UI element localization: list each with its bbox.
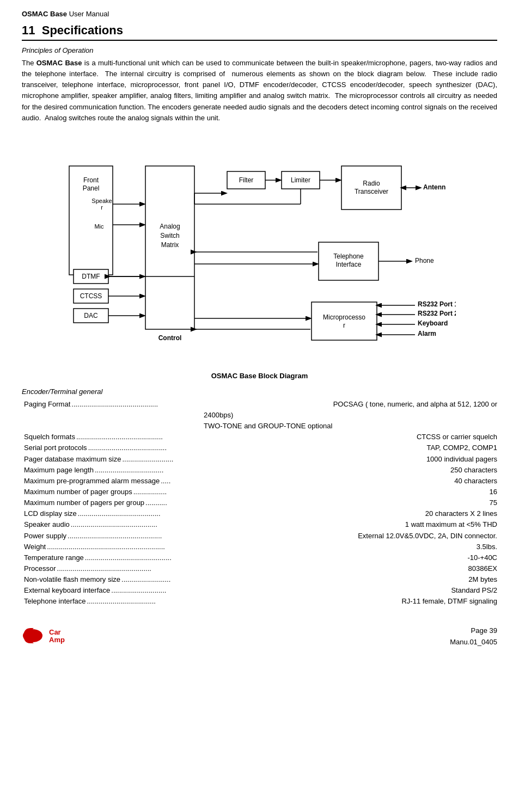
specs-list: Paging Format...........................… [24,399,497,607]
spec-label-flash: Non-volatile flash memory size [24,574,120,585]
svg-text:RS232 Port 1: RS232 Port 1 [418,300,456,308]
spec-label-pagerdb: Pager database maximum size [24,454,121,465]
spec-row-squelch: Squelch formats ........................… [24,432,497,442]
svg-text:Alarm: Alarm [418,330,436,337]
spec-row-speaker: Speaker audio...........................… [24,519,497,530]
header: OSMAC Base User Manual [22,10,497,18]
spec-label-power: Power supply [24,531,66,542]
spec-value-pagerspergroup: 75 [490,497,497,508]
header-title: OSMAC Base User Manual [22,10,109,18]
spec-value-paging-2: 2400bps) [204,410,233,421]
spec-label-squelch: Squelch formats [24,432,75,442]
svg-text:Control: Control [158,334,181,342]
spec-row-alarm: Maximum pre-programmed alarm message....… [24,476,497,487]
spec-row-weight: Weight .................................… [24,542,497,552]
spec-row-power: Power supply ...........................… [24,531,497,542]
spec-row-serial: Serial port protocols ..................… [24,442,497,453]
spec-label-serial: Serial port protocols [24,442,87,453]
spec-row-paging: Paging Format...........................… [24,399,497,432]
svg-text:Telephone: Telephone [333,253,364,260]
spec-value-paging-3: TWO-TONE and GROUP-TONE optional [204,421,332,432]
spec-row-lcd: LCD display size .......................… [24,508,497,519]
spec-value-speaker: 1 watt maximum at <5% THD [405,519,497,530]
svg-text:Analog: Analog [160,223,180,230]
spec-value-telephone: RJ-11 female, DTMF signaling [401,596,497,607]
spec-row-pagelen: Maximum page length.....................… [24,465,497,476]
diagram-caption: OSMAC Base Block Diagram [22,372,497,380]
footer-logo: Car Amp [22,624,76,648]
svg-text:Phone: Phone [415,257,434,264]
spec-label-paging: Paging Format [24,399,70,410]
principles-heading: Principles of Operation [22,46,497,54]
svg-text:r: r [101,204,103,211]
spec-value-paging: POCSAG ( tone, numeric, and alpha at 512… [333,399,497,410]
spec-value-pagelen: 250 characters [450,465,497,476]
svg-text:Speake: Speake [91,198,112,204]
spec-row-temp: Temperature range.......................… [24,552,497,563]
spec-label-pagergroups: Maximum number of pager groups [24,487,132,497]
svg-text:Keyboard: Keyboard [418,319,448,327]
svg-text:Switch: Switch [160,232,179,239]
spec-label-pagerspergroup: Maximum number of pagers per group [24,497,144,508]
spec-label-pagelen: Maximum page length [24,465,94,476]
svg-text:Matrix: Matrix [161,241,179,249]
svg-text:RS232 Port 2: RS232 Port 2 [418,310,456,317]
doc-number: Manu.01_0405 [450,637,497,648]
spec-label-temp: Temperature range [24,552,84,563]
svg-text:CTCSS: CTCSS [80,292,102,300]
spec-value-pagergroups: 16 [490,487,497,497]
spec-row-processor: Processor...............................… [24,563,497,574]
svg-text:Radio: Radio [363,180,380,187]
svg-text:Interface: Interface [335,261,361,268]
svg-text:Panel: Panel [82,184,99,192]
svg-text:r: r [343,322,345,329]
spec-label-lcd: LCD display size [24,508,77,519]
spec-row-pagerdb: Pager database maximum size.............… [24,454,497,465]
svg-text:DAC: DAC [84,312,98,319]
svg-text:Microprocesso: Microprocesso [322,313,365,321]
footer: Car Amp Page 39 Manu.01_0405 [22,624,497,648]
svg-text:Car: Car [49,628,61,636]
spec-value-power: External 12.0V&5.0VDC, 2A, DIN connector… [358,531,497,542]
svg-rect-31 [312,302,377,340]
page-number: Page 39 [450,625,497,637]
spec-value-squelch: CTCSS or carrier squelch [417,432,497,442]
spec-value-weight: 3.5lbs. [477,542,497,552]
svg-text:Limiter: Limiter [290,176,310,184]
spec-value-alarm: 40 characters [454,476,497,487]
spec-value-flash: 2M bytes [468,574,497,585]
footer-page-info: Page 39 Manu.01_0405 [450,625,497,648]
spec-value-processor: 80386EX [468,563,498,574]
spec-label-weight: Weight [24,542,46,552]
spec-row-pagerspergroup: Maximum number of pagers per group .....… [24,497,497,508]
spec-value-pagerdb: 1000 individual pagers [426,454,497,465]
spec-row-flash: Non-volatile flash memory size..........… [24,574,497,585]
spec-value-temp: -10-+40C [467,552,497,563]
svg-text:Front: Front [83,176,99,184]
diagram-container: Front Panel Speake r Mic DTMF CTCSS DAC … [22,133,497,367]
spec-value-keyboard: Standard PS/2 [451,585,497,596]
encoder-heading: Encoder/Terminal general [22,387,497,396]
section-title: 11 Specifications [22,23,497,41]
spec-value-lcd: 20 characters X 2 lines [425,508,497,519]
svg-text:Mic: Mic [94,223,104,230]
spec-label-speaker: Speaker audio [24,519,70,530]
svg-text:Antenn: Antenn [423,183,445,191]
spec-value-serial: TAP, COMP2, COMP1 [426,442,497,453]
spec-row-telephone: Telephone interface.....................… [24,596,497,607]
block-diagram: Front Panel Speake r Mic DTMF CTCSS DAC … [64,133,456,367]
spec-label-alarm: Maximum pre-programmed alarm message [24,476,160,487]
body-paragraph: The OSMAC Base is a multi-functional uni… [22,58,497,124]
spec-label-telephone: Telephone interface [24,596,86,607]
svg-text:Amp: Amp [49,636,65,644]
svg-text:Transceiver: Transceiver [354,188,388,195]
spec-label-processor: Processor [24,563,56,574]
spec-label-keyboard: External keyboard interface [24,585,110,596]
spec-row-pagergroups: Maximum number of pager groups .........… [24,487,497,497]
svg-text:Filter: Filter [239,176,253,184]
svg-text:DTMF: DTMF [82,273,100,280]
spec-row-keyboard: External keyboard interface.............… [24,585,497,596]
